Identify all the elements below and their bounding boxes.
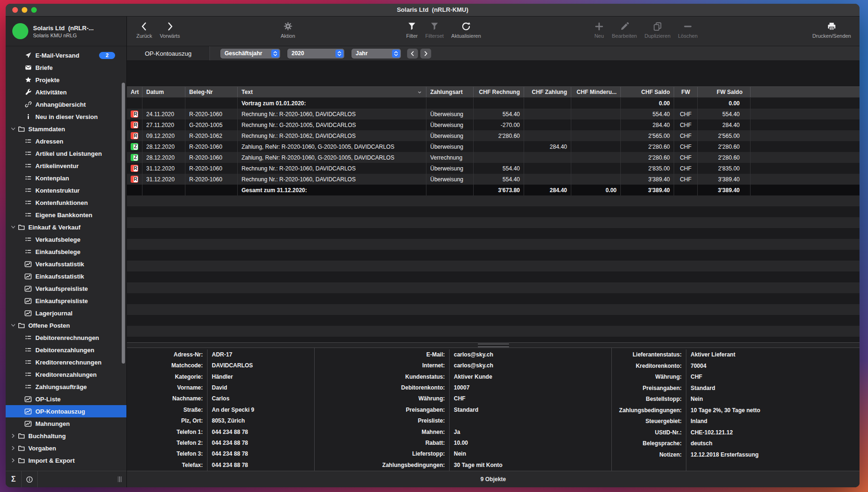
sidebar-item-einkaufspreisliste[interactable]: Einkaufspreisliste bbox=[6, 295, 126, 307]
tab-op-kontoauszug[interactable]: OP-Kontoauszug bbox=[127, 46, 210, 60]
sidebar-item-briefe[interactable]: Briefe bbox=[6, 61, 126, 74]
invoice-badge: R bbox=[131, 121, 138, 128]
toolbar-aktualisieren-button[interactable]: Aktualisieren bbox=[450, 20, 483, 39]
sidebar-item-buchhaltung[interactable]: Buchhaltung bbox=[6, 430, 126, 442]
cell-beleg: R-2020-1060 bbox=[185, 152, 238, 163]
sidebar-item-label: Einkaufsstatistik bbox=[35, 273, 84, 280]
chevron-down-icon[interactable] bbox=[10, 224, 16, 230]
column-header-text[interactable]: Text bbox=[238, 87, 426, 97]
sidebar-item-eigene-bankkonten[interactable]: Eigene Bankkonten bbox=[6, 209, 126, 221]
detail-value-zahlungsbedingungen: 10 Tage 2%, 30 Tage netto bbox=[686, 405, 860, 416]
toolbar-aktion-button[interactable]: Aktion bbox=[279, 20, 297, 39]
sidebar-item-artikelinventur[interactable]: Artikelinventur bbox=[6, 160, 126, 172]
toolbar-drucken-senden-button[interactable]: Drucken/Senden bbox=[810, 20, 853, 39]
sidebar-item-vorgaben[interactable]: Vorgaben bbox=[6, 442, 126, 454]
sidebar-item-op-liste[interactable]: OP-Liste bbox=[6, 393, 126, 405]
sidebar-item-verkaufsstatistik[interactable]: Verkaufsstatistik bbox=[6, 258, 126, 270]
column-header-fw-saldo[interactable]: FW Saldo bbox=[698, 87, 751, 97]
column-header-datum[interactable]: Datum bbox=[142, 87, 185, 97]
sidebar-item-e-mail-versand[interactable]: E-Mail-Versand2 bbox=[6, 49, 126, 61]
sidebar-item-einkauf-verkauf[interactable]: Einkauf & Verkauf bbox=[6, 221, 126, 233]
sidebar-item-kontenfunktionen[interactable]: Kontenfunktionen bbox=[6, 196, 126, 209]
sidebar-item-kreditorenrechnungen[interactable]: Kreditorenrechnungen bbox=[6, 356, 126, 368]
sidebar-item-verkaufsbelege[interactable]: Verkaufsbelege bbox=[6, 233, 126, 246]
company-header[interactable]: Solaris Ltd (nRLR-... Solaris KMU nRLG bbox=[6, 17, 126, 46]
cell-beleg bbox=[185, 185, 238, 195]
toolbar-bearbeiten-button[interactable]: Bearbeiten bbox=[610, 20, 639, 39]
table-row[interactable]: R09.12.2020R-2020-1062Rechnung Nr.: R-20… bbox=[127, 130, 860, 141]
sidebar-item-kontenstruktur[interactable]: Kontenstruktur bbox=[6, 184, 126, 196]
table-row[interactable]: Z28.12.2020R-2020-1060Zahlung, ReNr: R-2… bbox=[127, 152, 860, 163]
sidebar-item-zahlungsauftr-ge[interactable]: Zahlungsaufträge bbox=[6, 381, 126, 393]
column-header-zahlungsart[interactable]: Zahlungsart bbox=[426, 87, 474, 97]
column-header-art[interactable]: Art bbox=[127, 87, 142, 97]
table-row[interactable]: R31.12.2020R-2020-1060Rechnung Nr.: R-20… bbox=[127, 163, 860, 174]
sidebar-item-verkaufspreisliste[interactable]: Verkaufspreisliste bbox=[6, 282, 126, 295]
sidebar-item-debitorenzahlungen[interactable]: Debitorenzahlungen bbox=[6, 344, 126, 356]
column-header-chf-zahlung[interactable]: CHF Zahlung bbox=[524, 87, 571, 97]
sidebar-item-aktivit-ten[interactable]: Aktivitäten bbox=[6, 86, 126, 98]
column-header-chf-rechnung[interactable]: CHF Rechnung bbox=[474, 87, 524, 97]
next-period-button[interactable] bbox=[420, 49, 431, 59]
column-header-fw[interactable]: FW bbox=[674, 87, 698, 97]
toolbar-filter-button[interactable]: Filter bbox=[404, 20, 419, 39]
column-header-chf-minderu[interactable]: CHF Minderu... bbox=[571, 87, 621, 97]
column-header-beleg-nr[interactable]: Beleg-Nr bbox=[185, 87, 238, 97]
sidebar-scrollbar[interactable] bbox=[122, 83, 125, 364]
chevron-down-icon[interactable] bbox=[10, 126, 16, 132]
panel-splitter[interactable] bbox=[127, 342, 860, 348]
cell-fw bbox=[674, 185, 698, 195]
company-avatar bbox=[12, 23, 28, 39]
sidebar-item-neu-in-dieser-version[interactable]: Neu in dieser Version bbox=[6, 110, 126, 123]
sidebar-item-lagerjournal[interactable]: Lagerjournal bbox=[6, 307, 126, 319]
year-select[interactable]: 2020 bbox=[287, 49, 344, 59]
cell-beleg: R-2020-1062 bbox=[185, 130, 238, 141]
table-summary-row[interactable]: Vortrag zum 01.01.2020:0.000.00 bbox=[127, 98, 860, 109]
sidebar-item-import-export[interactable]: Import & Export bbox=[6, 454, 126, 467]
cell-fw_saldo: 2'835.00 bbox=[698, 163, 751, 174]
sidebar-item-offene-posten[interactable]: Offene Posten bbox=[6, 319, 126, 331]
sidebar-item-einkaufsbelege[interactable]: Einkaufsbelege bbox=[6, 246, 126, 258]
detail-label-nachname: Nachname: bbox=[127, 393, 207, 404]
previous-period-button[interactable] bbox=[407, 49, 418, 59]
period-type-select[interactable]: Geschäftsjahr bbox=[220, 49, 280, 59]
sidebar-item-stammdaten[interactable]: Stammdaten bbox=[6, 123, 126, 135]
toolbar-neu-button[interactable]: Neu bbox=[592, 20, 606, 39]
sidebar-item-anhang-bersicht[interactable]: Anhangübersicht bbox=[6, 98, 126, 110]
detail-label-adress-nr: Adress-Nr: bbox=[127, 349, 207, 360]
cell-beleg bbox=[185, 98, 238, 109]
sidebar-resize-grip[interactable] bbox=[118, 471, 122, 487]
toolbar-filterset-button[interactable]: Filterset bbox=[423, 20, 445, 39]
sidebar-item-kontenplan[interactable]: Kontenplan bbox=[6, 172, 126, 184]
chevron-right-icon[interactable] bbox=[10, 445, 16, 451]
toolbar-vorw-rts-button[interactable]: Vorwärts bbox=[158, 20, 182, 39]
granularity-select[interactable]: Jahr bbox=[351, 49, 401, 59]
toolbar-duplizieren-button[interactable]: Duplizieren bbox=[643, 20, 672, 39]
chevron-right-icon[interactable] bbox=[10, 458, 16, 463]
table-row[interactable]: R24.11.2020R-2020-1060Rechnung Nr.: R-20… bbox=[127, 109, 860, 119]
sidebar-item-projekte[interactable]: Projekte bbox=[6, 74, 126, 86]
table-total-row[interactable]: Gesamt zum 31.12.2020:3'673.80284.400.00… bbox=[127, 185, 860, 195]
chevron-down-icon[interactable] bbox=[10, 322, 16, 328]
sidebar-item-mahnungen[interactable]: Mahnungen bbox=[6, 417, 126, 430]
list-icon bbox=[25, 334, 32, 341]
chevron-right-icon[interactable] bbox=[10, 433, 16, 439]
table-row[interactable]: R31.12.2020R-2020-1060Rechnung Nr.: R-20… bbox=[127, 174, 860, 185]
toolbar-l-schen-button[interactable]: Löschen bbox=[676, 20, 700, 39]
sidebar-item-debitorenrechnungen[interactable]: Debitorenrechnungen bbox=[6, 331, 126, 344]
toolbar-zur-ck-button[interactable]: Zurück bbox=[134, 20, 154, 39]
info-button[interactable] bbox=[22, 471, 38, 487]
sidebar-item-artikel-und-leistungen[interactable]: Artikel und Leistungen bbox=[6, 147, 126, 160]
sum-button[interactable]: Σ bbox=[6, 471, 22, 487]
table-row[interactable]: R27.11.2020G-2020-1005Rechnung Nr.: G-20… bbox=[127, 119, 860, 130]
table-row[interactable]: Z28.12.2020R-2020-1060Zahlung, ReNr: R-2… bbox=[127, 141, 860, 152]
column-header-chf-saldo[interactable]: CHF Saldo bbox=[621, 87, 674, 97]
sidebar-item-kreditorenzahlungen[interactable]: Kreditorenzahlungen bbox=[6, 368, 126, 381]
column-header-label: FW bbox=[681, 89, 690, 95]
cell-art: Z bbox=[127, 141, 142, 152]
sidebar-item-adressen[interactable]: Adressen bbox=[6, 135, 126, 147]
sidebar-item-einkaufsstatistik[interactable]: Einkaufsstatistik bbox=[6, 270, 126, 282]
invoice-badge: R bbox=[131, 132, 138, 139]
titlebar[interactable]: Solaris Ltd (nRLR-KMU) bbox=[6, 4, 860, 17]
sidebar-item-op-kontoauszug[interactable]: OP-Kontoauszug bbox=[6, 405, 126, 417]
